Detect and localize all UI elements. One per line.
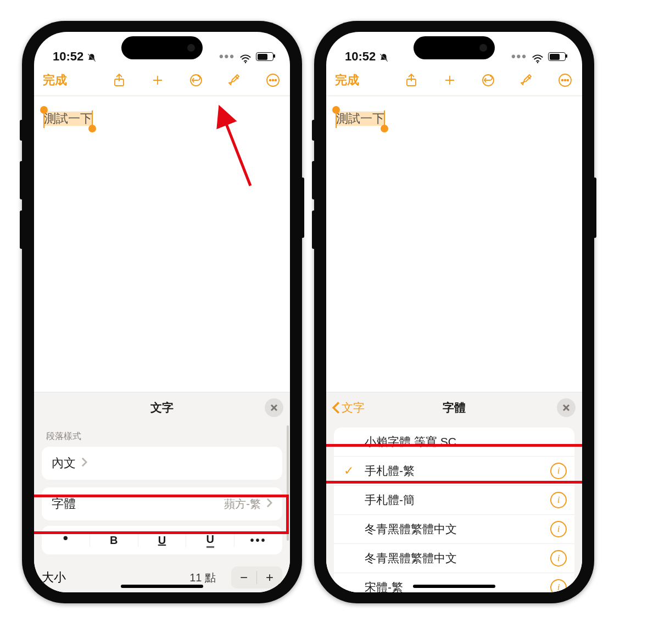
paragraph-style-card: 內文 [42, 447, 282, 480]
font-option[interactable]: 宋體-繁i [334, 573, 574, 592]
volume-up [312, 161, 315, 199]
paragraph-style-value: 內文 [52, 455, 76, 471]
annotation-arrow [215, 103, 259, 193]
svg-point-0 [245, 62, 247, 63]
nav-bar: 完成 [326, 65, 582, 96]
text-panel-header: 文字 [34, 392, 290, 423]
note-body[interactable]: 測試一下 [326, 96, 582, 141]
selection-handle-start[interactable] [332, 106, 340, 114]
selection-handle-start[interactable] [40, 106, 48, 114]
svg-point-8 [537, 62, 539, 63]
font-row[interactable]: 字體 蘋方-繁 [42, 487, 282, 520]
svg-point-5 [272, 80, 274, 81]
font-option[interactable]: ✓手札體-繁i [334, 456, 574, 485]
info-icon[interactable]: i [550, 492, 567, 508]
dynamic-island [121, 36, 203, 59]
font-panel: 文字 字體 小賴字體 等寬 SC✓手札體-繁i手札體-簡i冬青黑體繁體中文i冬青… [326, 392, 582, 592]
share-icon[interactable] [111, 72, 127, 88]
selected-text-value: 測試一下 [336, 112, 384, 125]
font-option[interactable]: 手札體-簡i [334, 485, 574, 514]
cellular-icon: ••• [511, 49, 527, 64]
paragraph-style-row[interactable]: 內文 [42, 447, 282, 480]
chevron-right-icon [81, 456, 87, 470]
section-label: 段落樣式 [34, 423, 290, 447]
done-button[interactable]: 完成 [335, 72, 359, 88]
volume-up [20, 161, 23, 199]
chevron-right-icon [266, 497, 272, 511]
check-icon: ✓ [344, 464, 354, 478]
font-value: 蘋方-繁 [224, 497, 261, 512]
info-icon[interactable]: i [550, 550, 567, 567]
more-icon[interactable] [557, 72, 573, 88]
add-icon[interactable] [149, 72, 166, 88]
selected-text[interactable]: 測試一下 [336, 112, 384, 126]
bold-button[interactable]: B [90, 534, 138, 547]
info-icon[interactable]: i [550, 579, 567, 592]
phone-left: 10:52 ••• 完成 [22, 21, 302, 603]
font-option-label: 冬青黑體繁體中文 [365, 551, 457, 566]
power-button [593, 177, 596, 238]
close-icon[interactable] [265, 398, 283, 417]
more-icon[interactable] [265, 72, 281, 88]
battery-icon [256, 52, 273, 61]
status-time: 10:52 [53, 49, 83, 64]
back-button[interactable]: 文字 [332, 400, 365, 415]
dynamic-island [414, 36, 495, 59]
undo-icon[interactable] [480, 72, 496, 88]
font-option[interactable]: 冬青黑體繁體中文i [334, 543, 574, 573]
size-label: 大小 [42, 569, 66, 586]
volume-down [20, 210, 23, 249]
done-button[interactable]: 完成 [43, 72, 67, 88]
mute-switch [312, 120, 315, 141]
size-increase-button[interactable]: + [257, 567, 282, 589]
home-indicator[interactable] [413, 585, 495, 588]
font-option-label: 手札體-簡 [365, 492, 415, 508]
underline-button[interactable]: U [138, 534, 186, 547]
nav-bar: 完成 [34, 65, 290, 96]
undo-icon[interactable] [188, 72, 204, 88]
share-icon[interactable] [403, 72, 420, 88]
selected-text[interactable]: 測試一下 [44, 112, 92, 126]
font-option[interactable]: 小賴字體 等寬 SC [334, 428, 574, 456]
font-option-label: 冬青黑體繁體中文 [365, 521, 457, 537]
info-icon[interactable]: i [550, 521, 567, 537]
add-icon[interactable] [442, 72, 458, 88]
size-decrease-button[interactable]: − [231, 567, 256, 589]
phone-right: 10:52 ••• 完成 [314, 21, 594, 603]
power-button [301, 177, 304, 238]
cellular-icon: ••• [219, 49, 235, 64]
selection-handle-end[interactable] [381, 125, 388, 132]
scroll-indicator [287, 425, 289, 541]
volume-down [312, 210, 315, 249]
silent-icon [379, 52, 389, 62]
font-card: 字體 蘋方-繁 [42, 487, 282, 520]
selected-text-value: 測試一下 [44, 112, 92, 125]
more-styles-button[interactable]: ••• [234, 534, 282, 547]
format-brush-icon[interactable] [518, 72, 535, 88]
style-toolbar: • B U U ••• [42, 526, 282, 554]
svg-point-6 [275, 80, 277, 81]
silent-icon [87, 52, 97, 62]
selection-handle-end[interactable] [88, 125, 96, 132]
format-brush-icon[interactable] [226, 72, 243, 88]
font-label: 字體 [52, 496, 76, 512]
mute-switch [20, 120, 23, 141]
text-panel-title: 文字 [150, 400, 174, 415]
double-underline-button[interactable]: U [186, 533, 234, 548]
back-label: 文字 [342, 400, 365, 415]
info-icon[interactable]: i [550, 463, 567, 479]
font-list[interactable]: 小賴字體 等寬 SC✓手札體-繁i手札體-簡i冬青黑體繁體中文i冬青黑體繁體中文… [334, 428, 574, 592]
close-icon[interactable] [557, 398, 576, 417]
svg-point-13 [565, 80, 566, 81]
size-stepper: − + [231, 567, 282, 589]
screen-left: 10:52 ••• 完成 [34, 32, 290, 592]
size-value: 11 點 [189, 570, 216, 585]
svg-line-7 [221, 110, 250, 186]
font-option[interactable]: 冬青黑體繁體中文i [334, 514, 574, 543]
battery-icon [548, 52, 566, 61]
wifi-icon [239, 52, 252, 61]
wifi-icon [532, 52, 544, 61]
home-indicator[interactable] [121, 585, 203, 588]
svg-point-12 [562, 80, 563, 81]
font-option-label: 手札體-繁 [365, 463, 415, 479]
